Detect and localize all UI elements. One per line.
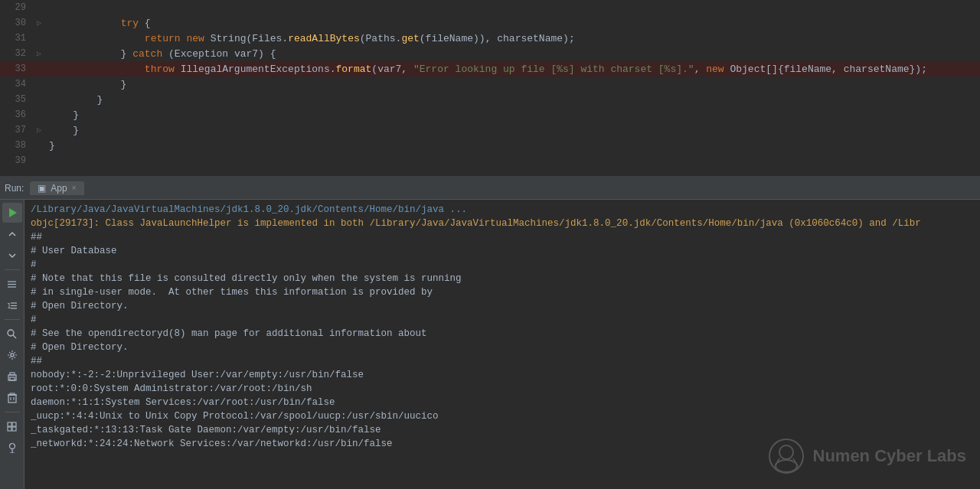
svg-rect-19: [8, 422, 11, 426]
console-line-11: # Open Directory.: [31, 341, 974, 354]
run-scroll-up-button[interactable]: [2, 224, 22, 244]
run-layout-button[interactable]: [2, 416, 22, 436]
console-line-14: root:*:0:0:System Administrator:/var/roo…: [31, 382, 974, 396]
code-line-32: 32 ▷ } catch (Exception var7) {: [0, 46, 980, 61]
console-line-12: ##: [31, 354, 974, 368]
line-number-36: 36: [0, 109, 32, 120]
code-line-34: 34 }: [0, 77, 980, 92]
run-print-button[interactable]: [2, 367, 22, 386]
svg-rect-21: [8, 427, 11, 431]
watermark-icon: [767, 437, 805, 475]
svg-text:1: 1: [7, 302, 11, 310]
svg-point-28: [776, 460, 797, 472]
run-search-button[interactable]: [2, 324, 22, 344]
console-line-7: # in single-user mode. At other times th…: [31, 285, 974, 299]
run-delete-button[interactable]: [2, 388, 22, 408]
console-line-1: /Library/Java/JavaVirtualMachines/jdk1.8…: [31, 203, 974, 217]
svg-point-26: [769, 439, 803, 473]
code-line-37: 37 ▷ }: [0, 122, 980, 138]
line-content-33: throw IllegalArgumentExceptions.format(v…: [46, 64, 980, 75]
run-tab-icon: ▣: [38, 183, 46, 194]
line-content-34: }: [46, 79, 980, 90]
fold-icon-32[interactable]: ▷: [37, 49, 41, 58]
line-content-38: }: [46, 140, 980, 152]
fold-icon-30[interactable]: ▷: [37, 18, 41, 28]
code-line-36: 36 }: [0, 107, 980, 122]
console-line-10: # See the opendirectoryd(8) man page for…: [31, 327, 974, 341]
console-line-16: _uucp:*:4:4:Unix to Unix Copy Protocol:/…: [31, 409, 974, 423]
fold-icon-37[interactable]: ▷: [37, 126, 41, 135]
run-tab-app[interactable]: ▣ App ×: [30, 181, 83, 195]
svg-point-27: [779, 445, 793, 459]
line-number-30: 30: [0, 18, 32, 28]
side-separator-3: [5, 412, 20, 412]
svg-rect-20: [12, 422, 16, 426]
code-line-35: 35 }: [0, 92, 980, 107]
console-line-15: daemon:*:1:1:System Services:/var/root:/…: [31, 396, 974, 409]
console-line-4: # User Database: [31, 244, 974, 258]
svg-point-8: [8, 330, 14, 336]
svg-marker-0: [9, 208, 17, 217]
code-line-29: 29: [0, 0, 980, 15]
console-line-9: #: [31, 313, 974, 327]
console-line-2: objc[29173]: Class JavaLaunchHelper is i…: [31, 217, 974, 230]
line-number-33: 33: [0, 64, 32, 74]
run-scroll-down-button[interactable]: [2, 246, 22, 266]
line-content-32: } catch (Exception var7) {: [46, 48, 980, 60]
run-filter-button[interactable]: [2, 274, 22, 294]
line-number-34: 34: [0, 79, 32, 90]
line-number-32: 32: [0, 48, 32, 59]
run-play-button[interactable]: [2, 203, 22, 223]
svg-line-9: [13, 335, 16, 338]
line-content-36: }: [46, 109, 980, 121]
code-line-39: 39: [0, 153, 980, 168]
line-number-31: 31: [0, 33, 32, 44]
run-panel: Run: ▣ App ×: [0, 177, 980, 489]
code-line-31: 31 return new String(Files.readAllBytes(…: [0, 31, 980, 46]
run-toolbar: Run: ▣ App ×: [0, 177, 980, 200]
line-content-37: }: [46, 125, 980, 136]
console-line-5: #: [31, 258, 974, 272]
svg-rect-13: [10, 377, 15, 380]
run-settings-button[interactable]: [2, 345, 22, 365]
svg-point-23: [9, 444, 15, 449]
line-gutter-37[interactable]: ▷: [32, 126, 46, 135]
watermark-text: Numen Cyber Labs: [813, 446, 967, 466]
line-gutter-30[interactable]: ▷: [32, 18, 46, 28]
code-line-38: 38 }: [0, 138, 980, 153]
line-number-35: 35: [0, 94, 32, 105]
console-line-17: _taskgated:*:13:13:Task Gate Daemon:/var…: [31, 423, 974, 437]
line-gutter-32[interactable]: ▷: [32, 49, 46, 58]
line-number-39: 39: [0, 155, 32, 166]
run-tab-close[interactable]: ×: [72, 184, 77, 192]
svg-rect-22: [12, 427, 16, 431]
line-content-30: try {: [46, 18, 980, 29]
code-line-33: 33 throw IllegalArgumentExceptions.forma…: [0, 61, 980, 77]
run-pin-button[interactable]: [2, 438, 22, 458]
line-content-35: }: [46, 94, 980, 106]
code-line-30: 30 ▷ try {: [0, 15, 980, 31]
code-lines: 29 30 ▷ try { 31 return new String(Files…: [0, 0, 980, 168]
svg-rect-12: [10, 373, 15, 375]
line-number-38: 38: [0, 140, 32, 151]
watermark: Numen Cyber Labs: [767, 437, 967, 475]
side-separator-2: [5, 319, 20, 320]
console-line-8: # Open Directory.: [31, 299, 974, 313]
side-separator-1: [5, 269, 20, 270]
console-line-13: nobody:*:-2:-2:Unprivileged User:/var/em…: [31, 368, 974, 382]
svg-point-10: [11, 354, 14, 357]
line-content-31: return new String(Files.readAllBytes(Pat…: [46, 33, 980, 44]
console-line-6: # Note that this file is consulted direc…: [31, 272, 974, 285]
run-label: Run:: [5, 183, 24, 194]
side-toolbar: 1: [0, 200, 24, 489]
run-numbered-button[interactable]: 1: [2, 295, 22, 315]
line-number-37: 37: [0, 125, 32, 135]
line-number-29: 29: [0, 2, 32, 13]
svg-rect-18: [10, 393, 15, 395]
svg-rect-14: [8, 395, 16, 403]
code-editor: 29 30 ▷ try { 31 return new String(Files…: [0, 0, 980, 176]
console-line-3: ##: [31, 230, 974, 244]
run-tab-name: App: [51, 183, 67, 194]
